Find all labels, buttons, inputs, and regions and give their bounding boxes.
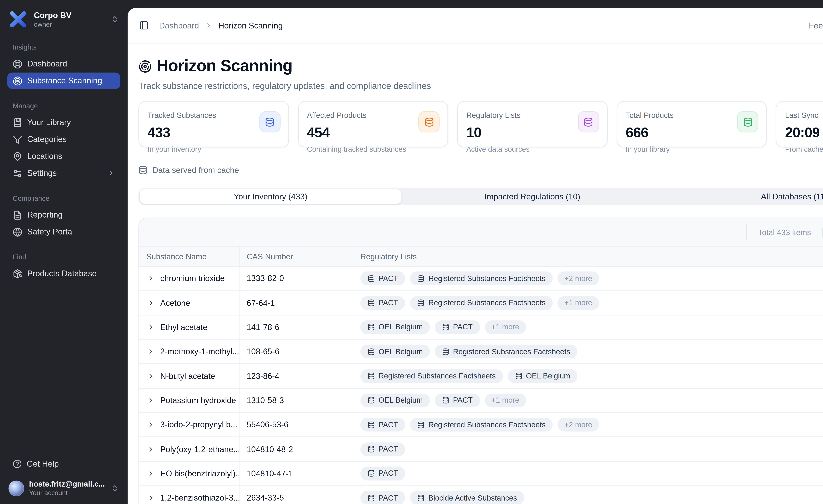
badge-label: OEL Belgium [526,372,570,380]
table-row[interactable]: Poly(oxy-1,2-ethane...104810-48-2PACT1 [139,437,823,462]
table-row[interactable]: 1,2-benzisothiazol-3...2634-33-5PACTBioc… [139,486,823,504]
help-circle-icon [13,459,22,468]
more-lists-badge[interactable]: +1 more [485,393,526,407]
chevron-right-icon[interactable] [147,372,155,380]
database-icon [418,494,425,502]
stat-caption: In your library [626,145,758,154]
tab-impacted-regulations-10-[interactable]: Impacted Regulations (10) [401,189,663,204]
purple-icon-chip [578,111,599,133]
substance-name: 1,2-benzisothiazol-3... [160,493,239,503]
sidebar-item-dashboard[interactable]: Dashboard [7,56,120,72]
badge-label: Registered Substances Factsheets [453,347,570,356]
chevron-right-icon[interactable] [147,494,155,502]
table-toolbar: Total 433 items Sort View [139,218,823,246]
sidebar-item-products-database[interactable]: Products Database [7,266,120,282]
chevron-right-icon[interactable] [147,275,155,282]
tab-your-inventory-433-[interactable]: Your Inventory (433) [140,189,401,204]
radar-icon [13,76,22,86]
cas-number-cell: 1310-58-3 [240,396,355,405]
sidebar-item-your-library[interactable]: Your Library [7,114,120,131]
database-icon [584,117,594,127]
get-help-button[interactable]: Get Help [7,456,120,472]
table-row[interactable]: 3-iodo-2-propynyl b...55406-53-6PACTRegi… [139,413,823,437]
sidebar-item-reporting[interactable]: Reporting [7,207,120,223]
radar-icon [138,59,152,73]
stat-value: 20:09 [785,125,823,141]
stat-caption: In your inventory [148,145,280,154]
sidebar-item-label: Locations [27,152,115,161]
sidebar-item-substance-scanning[interactable]: Substance Scanning [7,72,120,89]
regulatory-list-badge: PACT [360,467,405,481]
table-row[interactable]: Potassium hydroxide1310-58-3OEL BelgiumP… [139,388,823,413]
table-row[interactable]: Ethyl acetate141-78-6OEL BelgiumPACT+1 m… [139,315,823,340]
table-row[interactable]: EO bis(benztriazolyl)...104810-47-1PACT1 [139,462,823,486]
chevron-right-icon [205,22,212,29]
chevron-right-icon[interactable] [147,445,155,453]
chevron-right-icon[interactable] [147,470,155,478]
topbar: Dashboard Horizon Scanning Feedback F EN [128,8,823,44]
table-row[interactable]: N-butyl acetate123-86-4Registered Substa… [139,364,823,388]
badge-label: Registered Substances Factsheets [428,421,545,429]
badge-label: PACT [378,274,398,283]
badge-label: PACT [378,421,398,429]
table-row[interactable]: 2-methoxy-1-methyl...108-65-6OEL Belgium… [139,340,823,364]
badge-label: Registered Substances Factsheets [428,274,545,283]
database-icon [367,299,375,306]
sidebar-toggle-button[interactable] [135,16,153,34]
substance-name-cell: Potassium hydroxide [139,388,240,412]
stat-card-last-sync: Last Sync20:09From cache [776,101,823,147]
substance-name-cell: 1,2-benzisothiazol-3... [139,486,240,504]
life-buoy-icon [13,59,22,68]
sidebar-section-label: Compliance [13,195,115,202]
panel-left-icon [139,21,149,30]
sidebar-nav: InsightsDashboardSubstance ScanningManag… [7,30,120,282]
substance-name: Ethyl acetate [160,323,207,332]
regulatory-list-badge: OEL Belgium [508,369,578,383]
tab-all-databases-11-[interactable]: All Databases (11) [663,189,823,204]
database-icon [367,324,375,331]
database-icon [424,117,434,127]
sidebar-item-label: Products Database [27,269,115,278]
badge-label: PACT [378,469,398,478]
user-account-button[interactable]: hoste.fritz@gmail.c... Your account [7,480,120,497]
breadcrumb: Dashboard Horizon Scanning [159,21,283,30]
database-icon [418,299,425,306]
cas-number-cell: 108-65-6 [240,347,355,356]
chevron-right-icon[interactable] [147,421,155,429]
sidebar-item-safety-portal[interactable]: Safety Portal [7,224,120,240]
more-lists-badge[interactable]: +2 more [558,418,599,432]
substance-name: chromium trioxide [160,274,224,283]
regulatory-list-badge: PACT [435,393,480,407]
org-name: Corpo BV [34,11,105,20]
chevron-right-icon[interactable] [147,323,155,331]
badge-label: OEL Belgium [378,323,423,331]
total-items-label: Total 433 items [758,227,811,236]
database-icon [367,348,375,355]
user-email: hoste.fritz@gmail.c... [29,480,106,489]
database-icon [367,372,375,380]
sidebar-item-settings[interactable]: Settings [7,165,120,181]
green-icon-chip [737,111,759,133]
database-icon [265,117,275,127]
chevron-right-icon[interactable] [147,348,155,356]
chevron-right-icon[interactable] [147,299,155,307]
more-lists-badge[interactable]: +1 more [558,296,599,310]
regulatory-list-badge: OEL Belgium [360,345,430,358]
more-lists-badge[interactable]: +1 more [485,320,526,334]
tab-bar: Your Inventory (433)Impacted Regulations… [138,188,823,205]
table-row[interactable]: Acetone67-64-1PACTRegistered Substances … [139,291,823,315]
sidebar-item-label: Your Library [27,118,115,127]
sidebar-item-categories[interactable]: Categories [7,131,120,147]
breadcrumb-dashboard[interactable]: Dashboard [159,21,199,30]
chevron-right-icon[interactable] [147,396,155,404]
regulatory-lists-cell: PACT [355,442,823,456]
table-row[interactable]: chromium trioxide1333-82-0PACTRegistered… [139,267,823,291]
database-icon [442,348,449,355]
substance-name-cell: Ethyl acetate [139,315,240,339]
database-icon [743,117,753,127]
stat-label: Tracked Substances [148,111,216,120]
sidebar-item-locations[interactable]: Locations [7,148,120,164]
more-lists-badge[interactable]: +2 more [558,272,599,285]
org-switcher[interactable]: Corpo BV owner [7,8,120,30]
feedback-button[interactable]: Feedback [809,21,823,30]
